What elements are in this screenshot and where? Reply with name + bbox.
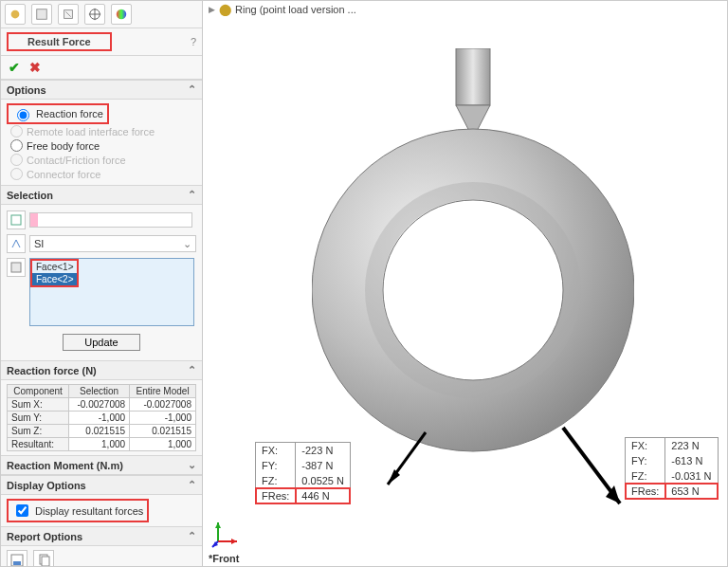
remote-load-radio [10,125,23,137]
cell: -1,000 [130,412,196,425]
report-options-header[interactable]: Report Options ⌃ [1,526,202,546]
cancel-button[interactable]: ✖ [29,60,41,75]
cell: 0.021515 [69,425,130,438]
cell: -0.0027008 [130,398,196,412]
free-body-radio[interactable] [10,139,23,152]
display-options-header[interactable]: Display Options ⌃ [1,475,202,495]
breadcrumb-arrow-icon: ▶ [209,5,215,14]
options-header-label: Options [7,84,46,96]
fx-value: -223 N [296,443,350,458]
ok-button[interactable]: ✔ [9,60,20,75]
contact-radio [10,154,23,166]
copy-report-icon[interactable] [33,550,54,566]
study-selector[interactable] [29,212,192,228]
view-triad[interactable] [210,517,243,549]
unit-value: SI [34,238,44,249]
unit-icon[interactable] [7,234,26,253]
fy-value: -613 N [665,453,718,468]
remote-load-option: Remote load interface force [7,124,196,138]
fres-label: FRes: [626,484,665,499]
fz-value: 0.0525 N [296,473,350,488]
connector-option: Connector force [7,167,196,181]
face-picker-icon[interactable] [7,258,26,277]
contact-option: Contact/Friction force [7,153,196,167]
confirm-bar: ✔ ✖ [1,56,202,80]
help-icon[interactable]: ? [191,36,196,47]
fz-label: FZ: [626,468,665,484]
reaction-force-radio[interactable] [17,109,29,121]
svg-marker-26 [231,539,237,544]
fx-label: FX: [256,443,296,458]
tab-display[interactable] [58,4,79,25]
svg-rect-14 [456,48,490,105]
graphics-viewport[interactable]: ▶ ⬤ Ring (point load version ... [203,1,727,566]
cell: 1,000 [69,438,130,451]
face-selection-list[interactable]: Face<1> Face<2> [29,258,194,326]
options-header[interactable]: Options ⌃ [1,80,202,100]
chevron-down-icon: ⌄ [183,238,191,250]
reaction-moment-header[interactable]: Reaction Moment (N.m) ⌄ [1,455,202,475]
ring-model[interactable] [312,48,634,456]
svg-rect-9 [11,263,21,272]
fres-value: 653 N [665,484,718,499]
panel-title-bar: Result Force ? [1,28,202,56]
svg-rect-8 [11,215,21,225]
free-body-option[interactable]: Free body force [7,138,196,153]
cell: -0.0027008 [69,398,130,412]
options-body: Reaction force Remote load interface for… [1,100,202,185]
tab-feature[interactable] [5,4,26,25]
cell: Resultant: [8,438,69,451]
chevron-down-icon: ⌄ [188,459,196,471]
panel-title: Result Force [7,32,112,51]
part-icon: ⬤ [219,3,231,16]
reaction-force-option[interactable]: Reaction force [7,103,109,124]
fres-value: 446 N [296,488,350,503]
tab-appearance[interactable] [111,4,132,25]
contact-label: Contact/Friction force [27,155,126,166]
reaction-force-header[interactable]: Reaction force (N) ⌃ [1,360,202,380]
col-entire-model: Entire Model [130,385,196,398]
fy-label: FY: [626,453,665,468]
save-report-icon[interactable] [7,550,27,566]
face-item-2[interactable]: Face<2> [32,273,77,285]
face-item-1[interactable]: Face<1> [32,261,77,273]
display-resultant-option[interactable]: Display resultant forces [7,499,149,522]
svg-rect-1 [37,9,47,20]
tab-target[interactable] [84,4,105,25]
fy-label: FY: [256,458,296,473]
col-component: Component [8,385,69,398]
reaction-force-table: Component Selection Entire Model Sum X:-… [7,384,196,451]
connector-label: Connector force [27,169,100,180]
connector-radio [10,168,23,180]
svg-point-17 [383,200,563,380]
panel-tabstrip [1,1,202,28]
fz-label: FZ: [256,473,296,488]
display-resultant-label: Display resultant forces [35,505,143,517]
cell: Sum Z: [8,425,69,438]
tab-config[interactable] [31,4,52,25]
chevron-up-icon: ⌃ [188,83,196,96]
col-selection: Selection [69,385,130,398]
free-body-label: Free body force [27,140,100,152]
cell: 0.021515 [130,425,196,438]
study-icon[interactable] [7,210,26,229]
selection-body: SI ⌄ Face<1> Face<2> Update [1,205,202,360]
svg-rect-11 [13,561,21,565]
selection-header-label: Selection [7,190,53,201]
update-button[interactable]: Update [63,334,139,351]
force-callout-left: FX:-223 N FY:-387 N FZ:0.0525 N FRes:446… [255,442,351,504]
unit-select[interactable]: SI ⌄ [29,235,196,252]
fres-label: FRes: [256,488,296,503]
display-options-body: Display resultant forces [1,495,202,526]
chevron-up-icon: ⌃ [188,364,196,376]
view-orientation-label: *Front [209,553,239,564]
fx-label: FX: [626,438,665,453]
display-resultant-checkbox[interactable] [16,504,28,517]
selection-header[interactable]: Selection ⌃ [1,185,202,205]
breadcrumb[interactable]: ▶ ⬤ Ring (point load version ... [209,3,356,16]
cell: 1,000 [130,438,196,451]
svg-marker-24 [215,522,221,528]
cell: Sum X: [8,398,69,412]
remote-load-label: Remote load interface force [27,126,155,137]
svg-rect-13 [42,557,49,566]
